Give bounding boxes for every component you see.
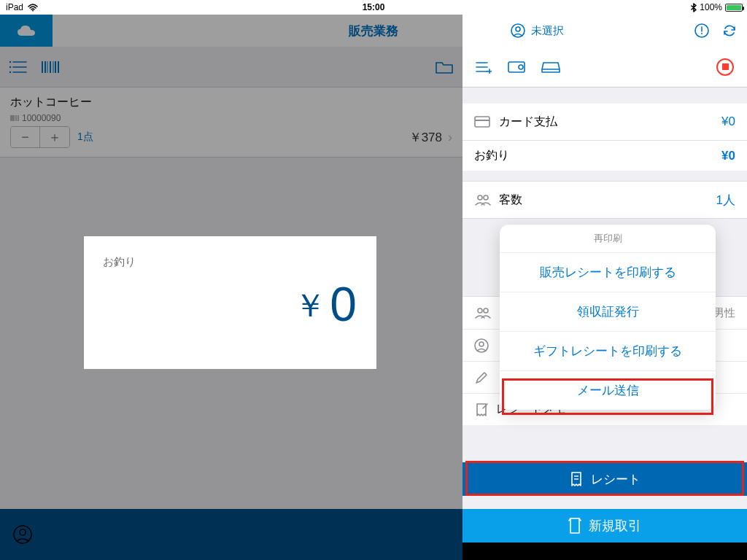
card-payment-value: ¥0 xyxy=(721,114,735,129)
clock: 15:00 xyxy=(363,2,385,12)
svg-point-40 xyxy=(479,342,484,346)
card-payment-row[interactable]: カード支払 ¥0 xyxy=(462,104,747,140)
gender-tag: 男性 xyxy=(713,306,735,320)
svg-point-37 xyxy=(478,308,482,313)
ios-status-bar: iPad 15:00 100% xyxy=(0,0,747,15)
memo-icon xyxy=(474,402,489,417)
option-print-gift-receipt[interactable]: ギフトレシートを印刷する xyxy=(500,331,716,370)
right-toolbar xyxy=(462,47,747,88)
new-transaction-icon xyxy=(568,517,581,534)
svg-rect-33 xyxy=(475,117,489,127)
svg-point-5 xyxy=(701,33,703,34)
svg-point-36 xyxy=(484,195,488,200)
drawer-icon[interactable] xyxy=(541,61,560,74)
svg-point-38 xyxy=(484,308,488,313)
app-root: iPad 15:00 100% 販売業務 未選択 xyxy=(0,0,747,560)
new-transaction-label: 新規取引 xyxy=(589,517,641,534)
alert-icon[interactable] xyxy=(694,23,709,38)
change-modal: お釣り ￥0 xyxy=(84,236,376,369)
change-row: お釣り ¥0 xyxy=(462,140,747,171)
highlight-send-mail xyxy=(502,378,713,415)
svg-point-2 xyxy=(516,27,520,31)
svg-rect-43 xyxy=(570,518,579,533)
card-icon xyxy=(474,116,490,128)
svg-point-35 xyxy=(478,195,482,200)
add-list-icon[interactable] xyxy=(476,61,492,74)
wifi-icon xyxy=(28,4,38,12)
option-print-sales-receipt[interactable]: 販売レシートを印刷する xyxy=(500,252,716,292)
member-icon xyxy=(474,338,489,353)
user-circle-icon xyxy=(511,23,525,38)
pencil-icon xyxy=(474,370,489,385)
battery-percent: 100% xyxy=(700,2,722,12)
highlight-receipt-button xyxy=(465,461,744,496)
popover-header: 再印刷 xyxy=(500,225,716,252)
user-label: 未選択 xyxy=(531,24,564,38)
guests-row[interactable]: 客数 1人 xyxy=(462,182,747,218)
people-icon xyxy=(474,307,492,319)
change-amount: ￥0 xyxy=(103,276,357,332)
guests-icon xyxy=(474,194,492,206)
svg-point-0 xyxy=(32,9,34,11)
stop-button[interactable] xyxy=(716,58,734,76)
change-row-value: ¥0 xyxy=(721,149,735,163)
new-transaction-button[interactable]: 新規取引 xyxy=(462,509,747,542)
change-row-label: お釣り xyxy=(474,148,509,163)
guests-value: 1人 xyxy=(716,192,735,209)
card-payment-label: カード支払 xyxy=(499,114,557,130)
guests-label: 客数 xyxy=(499,192,522,208)
svg-point-32 xyxy=(519,65,523,69)
option-issue-receipt[interactable]: 領収証発行 xyxy=(500,292,716,331)
ticket-icon[interactable] xyxy=(508,61,525,73)
user-selector[interactable]: 未選択 xyxy=(511,23,564,38)
refresh-icon[interactable] xyxy=(722,23,737,38)
battery-icon xyxy=(725,4,743,12)
svg-rect-31 xyxy=(508,62,525,72)
bluetooth-icon xyxy=(691,3,697,12)
device-label: iPad xyxy=(6,2,23,12)
change-label: お釣り xyxy=(103,255,357,269)
